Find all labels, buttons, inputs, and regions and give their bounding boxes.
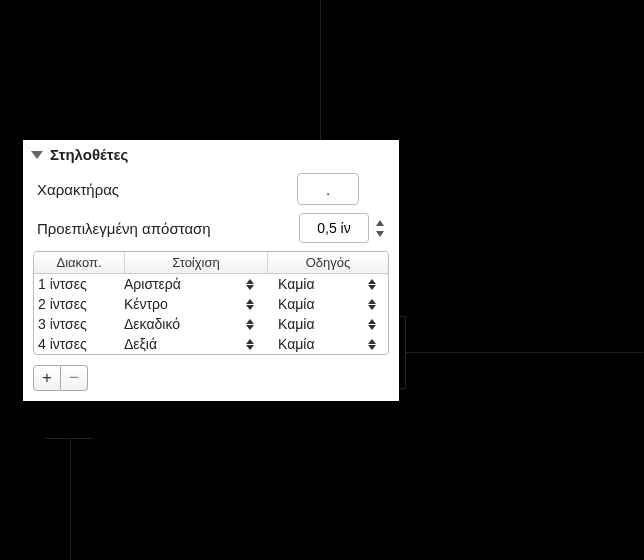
cell-align[interactable]: Κέντρο [120,295,260,313]
table-row[interactable]: 4 ίντσες Δεξιά Καμία [34,334,388,354]
popup-arrows-icon[interactable] [368,339,376,350]
popup-arrows-icon[interactable] [246,299,254,310]
stepper [373,217,387,239]
popup-arrows-icon[interactable] [246,339,254,350]
tabs-table: Διακοπ. Στοίχιση Οδηγός 1 ίντσες Αριστερ… [33,251,389,355]
stepper-up-button[interactable] [373,217,387,228]
callout-line-character [320,0,321,163]
chevron-up-icon [376,220,384,226]
default-spacing-row: Προεπιλεγμένη απόσταση [31,213,391,243]
popup-arrows-icon[interactable] [368,279,376,290]
cell-stop[interactable]: 1 ίντσες [34,275,120,293]
cell-stop[interactable]: 2 ίντσες [34,295,120,313]
character-row: Χαρακτήρας [31,173,391,205]
table-row[interactable]: 3 ίντσες Δεκαδικό Καμία [34,314,388,334]
add-button[interactable]: + [33,365,61,391]
cell-leader[interactable]: Καμία [260,275,388,293]
popup-arrows-icon[interactable] [368,319,376,330]
section-header[interactable]: Στηλοθέτες [31,146,391,163]
header-leader[interactable]: Οδηγός [268,252,388,273]
chevron-down-icon [376,231,384,237]
table-header: Διακοπ. Στοίχιση Οδηγός [34,252,388,274]
popup-arrows-icon[interactable] [368,299,376,310]
character-label: Χαρακτήρας [37,181,119,198]
remove-button[interactable]: − [61,365,88,391]
popup-arrows-icon[interactable] [246,319,254,330]
cell-align[interactable]: Αριστερά [120,275,260,293]
table-body: 1 ίντσες Αριστερά Καμία 2 ίντσες Κέντρο … [34,274,388,354]
character-input[interactable] [297,173,359,205]
spacing-input[interactable] [299,213,369,243]
header-align[interactable]: Στοίχιση [125,252,268,273]
cell-leader[interactable]: Καμία [260,315,388,333]
callout-bracket-out [405,352,643,353]
cell-align[interactable]: Δεξιά [120,335,260,353]
cell-leader[interactable]: Καμία [260,295,388,313]
section-title: Στηλοθέτες [50,146,128,163]
add-remove-group: + − [33,365,391,391]
disclosure-triangle-icon [31,151,43,159]
popup-arrows-icon[interactable] [246,279,254,290]
cell-align[interactable]: Δεκαδικό [120,315,260,333]
table-row[interactable]: 1 ίντσες Αριστερά Καμία [34,274,388,294]
cell-stop[interactable]: 3 ίντσες [34,315,120,333]
tabs-panel: Στηλοθέτες Χαρακτήρας Προεπιλεγμένη απόσ… [23,140,399,401]
spacing-stepper [299,213,387,243]
table-row[interactable]: 2 ίντσες Κέντρο Καμία [34,294,388,314]
cell-leader[interactable]: Καμία [260,335,388,353]
default-spacing-label: Προεπιλεγμένη απόσταση [37,220,211,237]
callout-line-addremove-v [70,438,71,560]
stepper-down-button[interactable] [373,228,387,239]
header-stop[interactable]: Διακοπ. [34,252,125,273]
cell-stop[interactable]: 4 ίντσες [34,335,120,353]
callout-line-addremove-h [45,438,93,439]
